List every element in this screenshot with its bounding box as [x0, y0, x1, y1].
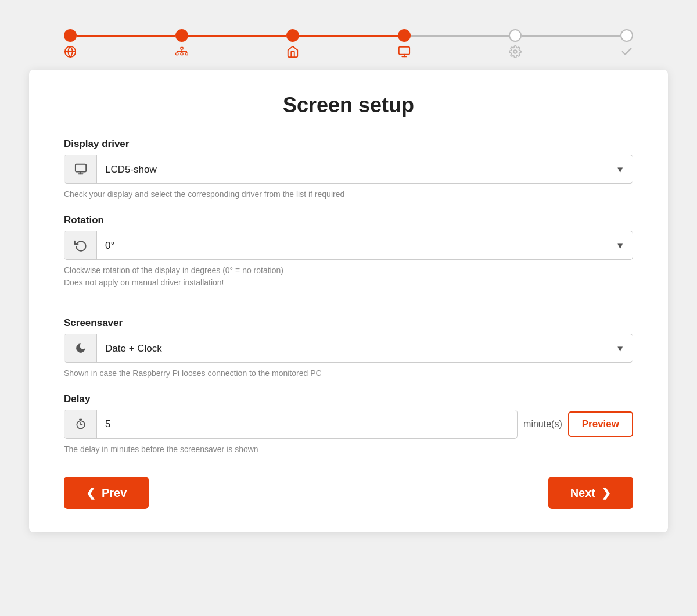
next-button[interactable]: Next ❯: [548, 477, 633, 509]
rotation-icon: [64, 231, 97, 259]
display-driver-helper: Check your display and select the corres…: [64, 188, 633, 200]
step-icon-settings: [509, 45, 522, 58]
progress-step-4: [398, 29, 411, 42]
display-driver-select-row: LCD5-show ▼: [64, 155, 633, 184]
delay-row: minute(s) Preview: [64, 410, 633, 439]
main-card: Screen setup Display driver LCD5-show ▼ …: [29, 70, 668, 532]
step-icon-internet: [64, 45, 77, 58]
progress-connector-1: [77, 35, 175, 37]
svg-point-14: [514, 50, 518, 53]
page-title: Screen setup: [64, 93, 633, 117]
progress-step-6: [620, 29, 633, 42]
rotation-helper-line1: Clockwise rotation of the display in deg…: [64, 266, 283, 275]
screensaver-label: Screensaver: [64, 317, 633, 329]
screensaver-arrow: ▼: [608, 343, 633, 353]
prev-arrow-icon: ❮: [86, 486, 96, 500]
screensaver-select-row: Date + Clock ▼: [64, 334, 633, 363]
next-arrow-icon: ❯: [601, 486, 611, 500]
screensaver-select[interactable]: Date + Clock: [97, 337, 608, 360]
moon-icon: [64, 334, 97, 362]
rotation-helper-line2: Does not apply on manual driver installa…: [64, 278, 224, 287]
divider: [64, 303, 633, 303]
prev-button[interactable]: ❮ Prev: [64, 477, 149, 509]
nav-row: ❮ Prev Next ❯: [64, 477, 633, 509]
step-icon-home: [286, 45, 299, 58]
delay-helper: The delay in minutes before the screensa…: [64, 443, 633, 456]
progress-connector-2: [188, 35, 287, 37]
delay-input[interactable]: [97, 413, 517, 436]
prev-button-label: Prev: [102, 486, 127, 500]
progress-step-2: [175, 29, 188, 42]
delay-input-wrapper: [64, 410, 518, 439]
step-icon-network: [175, 45, 188, 58]
progress-connector-4: [411, 35, 509, 37]
rotation-label: Rotation: [64, 214, 633, 226]
rotation-helper: Clockwise rotation of the display in deg…: [64, 264, 633, 289]
display-driver-select[interactable]: LCD5-show: [97, 158, 608, 181]
preview-button[interactable]: Preview: [568, 411, 633, 437]
stopwatch-icon: [64, 410, 97, 438]
display-driver-label: Display driver: [64, 138, 633, 150]
svg-rect-11: [399, 47, 409, 55]
monitor-icon: [64, 155, 97, 183]
display-driver-arrow: ▼: [608, 164, 633, 174]
progress-connector-3: [299, 35, 398, 37]
rotation-select-row: 0° 90° 180° 270° ▼: [64, 231, 633, 260]
progress-step-1: [64, 29, 77, 42]
step-icon-check: [620, 45, 633, 58]
minutes-label: minute(s): [523, 419, 562, 429]
next-button-label: Next: [570, 486, 595, 500]
step-icon-display: [398, 45, 411, 58]
rotation-arrow: ▼: [608, 241, 633, 250]
progress-connector-5: [522, 35, 620, 37]
svg-rect-15: [75, 164, 85, 172]
progress-step-5: [509, 29, 522, 42]
delay-label: Delay: [64, 393, 633, 405]
progress-step-3: [286, 29, 299, 42]
screensaver-helper: Shown in case the Raspberry Pi looses co…: [64, 367, 633, 379]
rotation-select[interactable]: 0° 90° 180° 270°: [97, 234, 608, 257]
progress-bar: [29, 17, 668, 64]
